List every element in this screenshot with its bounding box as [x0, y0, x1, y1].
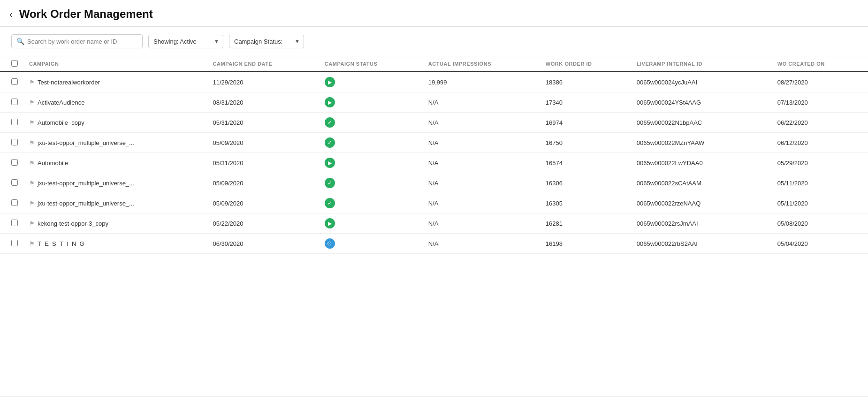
- row-checkbox[interactable]: [11, 99, 18, 105]
- campaign-name: kekong-test-oppor-3_copy: [38, 220, 108, 227]
- row-checkbox[interactable]: [11, 240, 18, 246]
- cell-status: ✓: [319, 113, 423, 133]
- table-row: ⚑kekong-test-oppor-3_copy05/22/2020▶N/A1…: [0, 213, 868, 234]
- flag-icon: ⚑: [29, 139, 35, 146]
- campaign-name: Test-notarealworkorder: [38, 79, 100, 86]
- cell-campaign: ⚑jxu-test-oppor_multiple_universe_...: [23, 193, 207, 213]
- cell-wo-id: 16574: [540, 153, 631, 173]
- row-checkbox-cell: [0, 72, 23, 92]
- flag-icon: ⚑: [29, 180, 35, 187]
- cell-wo-id: 16306: [540, 173, 631, 193]
- column-header-campaign: CAMPAIGN: [23, 56, 207, 72]
- row-checkbox-cell: [0, 193, 23, 213]
- status-check-icon: ✓: [325, 137, 335, 148]
- status-check-icon: ✓: [325, 117, 335, 128]
- cell-created: 08/27/2020: [772, 72, 868, 92]
- row-checkbox[interactable]: [11, 119, 18, 125]
- cell-campaign: ⚑Automobile: [23, 153, 207, 173]
- cell-status: ⏲: [319, 234, 423, 254]
- chevron-down-icon: ▼: [295, 38, 300, 44]
- table-row: ⚑Automobile_copy05/31/2020✓N/A169740065w…: [0, 113, 868, 133]
- cell-impressions: N/A: [423, 153, 540, 173]
- campaign-name: jxu-test-oppor_multiple_universe_...: [38, 200, 134, 207]
- cell-impressions: 19,999: [423, 72, 540, 92]
- cell-impressions: N/A: [423, 92, 540, 113]
- cell-campaign: ⚑Automobile_copy: [23, 113, 207, 133]
- select-all-checkbox[interactable]: [11, 60, 18, 67]
- table-row: ⚑jxu-test-oppor_multiple_universe_...05/…: [0, 193, 868, 213]
- work-orders-table-container: CAMPAIGN CAMPAIGN END DATE CAMPAIGN STAT…: [0, 56, 868, 254]
- campaign-name: jxu-test-oppor_multiple_universe_...: [38, 139, 134, 146]
- column-header-created: WO CREATED ON: [772, 56, 868, 72]
- column-header-end-date: CAMPAIGN END DATE: [207, 56, 319, 72]
- cell-impressions: N/A: [423, 133, 540, 153]
- page-header: ‹ Work Order Management: [0, 0, 868, 27]
- cell-created: 05/29/2020: [772, 153, 868, 173]
- cell-lr-id: 0065w000022LwYDAA0: [631, 153, 772, 173]
- flag-icon: ⚑: [29, 79, 35, 86]
- campaign-name: Automobile: [38, 160, 68, 167]
- cell-created: 05/04/2020: [772, 234, 868, 254]
- flag-icon: ⚑: [29, 240, 35, 247]
- cell-lr-id: 0065w000022rsJmAAI: [631, 213, 772, 234]
- flag-icon: ⚑: [29, 200, 35, 207]
- column-header-lr-id: LIVERAMP INTERNAL ID: [631, 56, 772, 72]
- table-row: ⚑Automobile05/31/2020▶N/A165740065w00002…: [0, 153, 868, 173]
- row-checkbox-cell: [0, 213, 23, 234]
- table-row: ⚑jxu-test-oppor_multiple_universe_...05/…: [0, 173, 868, 193]
- campaign-status-label: Campaign Status:: [234, 38, 282, 45]
- column-header-wo-id: WORK ORDER ID: [540, 56, 631, 72]
- row-checkbox-cell: [0, 153, 23, 173]
- row-checkbox[interactable]: [11, 199, 18, 206]
- status-play-icon: ▶: [325, 158, 335, 168]
- status-check-icon: ✓: [325, 198, 335, 208]
- cell-created: 06/12/2020: [772, 133, 868, 153]
- cell-end-date: 06/30/2020: [207, 234, 319, 254]
- table-row: ⚑Test-notarealworkorder11/29/2020▶19,999…: [0, 72, 868, 92]
- flag-icon: ⚑: [29, 160, 35, 167]
- cell-impressions: N/A: [423, 113, 540, 133]
- cell-status: ✓: [319, 173, 423, 193]
- row-checkbox-cell: [0, 133, 23, 153]
- cell-lr-id: 0065w000022rzeNAAQ: [631, 193, 772, 213]
- flag-icon: ⚑: [29, 119, 35, 126]
- cell-end-date: 05/09/2020: [207, 193, 319, 213]
- cell-status: ▶: [319, 92, 423, 113]
- row-checkbox[interactable]: [11, 179, 18, 186]
- search-input[interactable]: [27, 38, 137, 45]
- cell-wo-id: 16750: [540, 133, 631, 153]
- search-box: 🔍: [11, 34, 143, 48]
- cell-status: ✓: [319, 133, 423, 153]
- row-checkbox[interactable]: [11, 139, 18, 145]
- status-play-icon: ▶: [325, 218, 335, 228]
- table-row: ⚑T_E_S_T_I_N_G06/30/2020⏲N/A161980065w00…: [0, 234, 868, 254]
- column-header-impressions: ACTUAL IMPRESSIONS: [423, 56, 540, 72]
- table-body: ⚑Test-notarealworkorder11/29/2020▶19,999…: [0, 72, 868, 254]
- cell-campaign: ⚑jxu-test-oppor_multiple_universe_...: [23, 133, 207, 153]
- showing-dropdown[interactable]: Showing: Active ▼: [148, 35, 223, 48]
- cell-lr-id: 0065w000022N1bpAAC: [631, 113, 772, 133]
- back-button[interactable]: ‹: [8, 9, 15, 19]
- campaign-name: Automobile_copy: [38, 119, 84, 126]
- cell-lr-id: 0065w000022rbS2AAI: [631, 234, 772, 254]
- showing-label: Showing: Active: [153, 38, 197, 45]
- column-header-status: CAMPAIGN STATUS: [319, 56, 423, 72]
- cell-created: 07/13/2020: [772, 92, 868, 113]
- flag-icon: ⚑: [29, 99, 35, 106]
- row-checkbox[interactable]: [11, 159, 18, 166]
- cell-created: 05/11/2020: [772, 193, 868, 213]
- cell-status: ✓: [319, 193, 423, 213]
- campaign-status-dropdown[interactable]: Campaign Status: ▼: [229, 35, 304, 48]
- row-checkbox[interactable]: [11, 220, 18, 226]
- row-checkbox-cell: [0, 173, 23, 193]
- cell-impressions: N/A: [423, 213, 540, 234]
- cell-wo-id: 16305: [540, 193, 631, 213]
- campaign-name: jxu-test-oppor_multiple_universe_...: [38, 180, 134, 187]
- cell-end-date: 08/31/2020: [207, 92, 319, 113]
- cell-lr-id: 0065w000022sCAtAAM: [631, 173, 772, 193]
- row-checkbox[interactable]: [11, 78, 18, 85]
- cell-wo-id: 18386: [540, 72, 631, 92]
- cell-end-date: 05/09/2020: [207, 133, 319, 153]
- cell-campaign: ⚑kekong-test-oppor-3_copy: [23, 213, 207, 234]
- select-all-header[interactable]: [0, 56, 23, 72]
